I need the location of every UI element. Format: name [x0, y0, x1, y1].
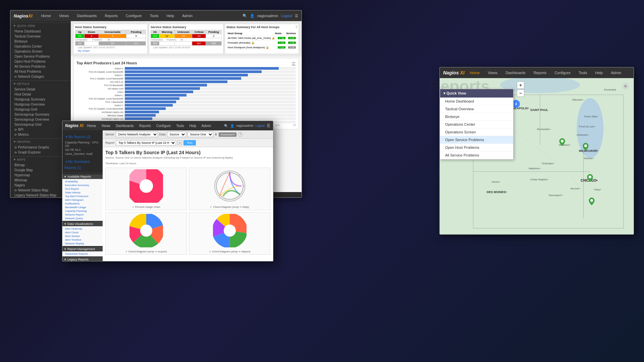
qv-item-home-dashboard[interactable]: Home Dashboard — [440, 98, 513, 105]
map-nav-dashboards[interactable]: Dashboards — [503, 69, 528, 76]
sidebar-item-legacy-network-map[interactable]: Legacy Network Status Map — [10, 193, 71, 197]
qv-item-birdseye[interactable]: Birdseye — [440, 113, 513, 121]
sidebar-avail-bandwidth[interactable]: Bandwidth Usage — [62, 205, 103, 209]
sidebar-dv-cloud[interactable]: Alert Cloud — [62, 231, 103, 234]
nav-configure[interactable]: Configure — [123, 12, 145, 19]
data-select[interactable]: Source — [167, 132, 186, 137]
toolbar-help-icon[interactable]: ? — [238, 132, 243, 137]
map-marker-green-2[interactable] — [582, 142, 589, 153]
host-down-count[interactable]: 3 — [84, 34, 99, 38]
host-all-count[interactable]: 117 — [126, 42, 146, 46]
sidebar-item-all-service[interactable]: All Service Problems — [10, 64, 71, 69]
nav-dashboards[interactable]: Dashboards — [74, 12, 99, 19]
qv-item-ops-screen[interactable]: Operations Screen — [440, 128, 513, 136]
sidebar-item-sg-grid[interactable]: Servicegroup Grid — [10, 122, 71, 127]
rep-nav-help[interactable]: Help — [188, 123, 198, 128]
sidebar-dv-replay[interactable]: Network Replay — [62, 242, 103, 245]
map-nav-views[interactable]: Views — [485, 69, 500, 76]
rep-menu-icon[interactable]: ☰ — [267, 123, 270, 128]
sidebar-item-hostgroup-summary[interactable]: Hostgroup Summary — [10, 97, 71, 102]
sidebar-item-hostgroup-overview[interactable]: Hostgroup Overview — [10, 102, 71, 107]
sidebar-item-network-outages[interactable]: ⊳ Network Outages — [10, 74, 71, 79]
sidebar-item-nagios-map[interactable]: Nagios — [10, 183, 71, 188]
sidebar-rep-cpu-sd[interactable]: Capacity Planning - CPU SD — [62, 140, 103, 148]
report-select[interactable]: Top 5 Talkers By Source IP (Last 24 Hour… — [116, 140, 176, 145]
qv-item-ops-center[interactable]: Operations Center — [440, 121, 513, 128]
sidebar-item-network-status-map[interactable]: ⊳ Network Status Map — [10, 188, 71, 193]
data-viz-header[interactable]: ▾ Data Visualizations — [62, 222, 103, 226]
run-button[interactable]: Run — [183, 140, 196, 145]
qv-item-open-service[interactable]: Open Service Problems — [440, 136, 513, 144]
map-gear-button[interactable]: ⚙ — [623, 83, 629, 89]
sidebar-avail-availability[interactable]: Availability — [62, 180, 103, 183]
sidebar-item-birdseye[interactable]: Birdseye — [10, 39, 71, 44]
svc-all-count[interactable]: 995 — [206, 42, 221, 46]
nav-admin[interactable]: Admin — [179, 12, 195, 19]
avail-reports-header[interactable]: ▾ Available Reports — [62, 174, 103, 179]
rep-nav-views[interactable]: Views — [100, 123, 112, 128]
svc-unhandled[interactable]: 366 — [151, 42, 159, 46]
rep-logout[interactable]: Logout — [255, 124, 265, 127]
add-report-icon[interactable]: + — [177, 140, 182, 145]
map-marker-green-3[interactable] — [587, 174, 593, 184]
rep-nav-home[interactable]: Home — [86, 123, 98, 128]
qv-item-tactical-overview[interactable]: Tactical Overview — [440, 105, 513, 113]
map-nav-help[interactable]: Help — [593, 69, 606, 76]
svc-pending-count[interactable]: 2 — [206, 34, 221, 38]
rep-search-icon[interactable]: 🔍 — [224, 124, 228, 128]
sidebar-item-all-host[interactable]: All Host Problems — [10, 69, 71, 74]
sidebar-avail-state[interactable]: State History — [62, 191, 103, 194]
sidebar-dv-timeline[interactable]: Alert Timeline — [62, 238, 103, 242]
chart-menu-icon[interactable]: ☰ — [291, 61, 296, 67]
my-scheduled-link[interactable]: ▾ My Scheduled Reports (1) — [64, 159, 90, 170]
sidebar-item-open-host[interactable]: Open Host Problems — [10, 59, 71, 64]
sidebar-item-open-service[interactable]: Open Service Problems — [10, 54, 71, 59]
svc-problems-count[interactable]: 367 — [192, 42, 206, 46]
sidebar-item-hostgroup-grid[interactable]: Hostgroup Grid — [10, 107, 71, 112]
hg-row-deadpool[interactable]: Host Deadpool (host-deadpool) 🔒 3 Up 0 O… — [228, 45, 296, 50]
sidebar-item-sg-overview[interactable]: Servicegroup Overview — [10, 117, 71, 122]
sidebar-item-tactical[interactable]: Tactical Overview — [10, 34, 71, 39]
hg-row-firewalls[interactable]: Firewalls (firewalls) 🔒 1 Up 1 Ok — [228, 41, 296, 45]
svc-critical-count[interactable]: 24 — [192, 34, 206, 38]
sidebar-item-bitmap[interactable]: Bitmap — [10, 163, 71, 168]
sidebar-item-metrics[interactable]: ⊳ Metrics — [10, 132, 71, 137]
map-nav-home[interactable]: Home — [467, 69, 482, 76]
sidebar-item-google-map[interactable]: Google Map — [10, 168, 71, 173]
sidebar-rm-scheduled[interactable]: Scheduled Reports — [62, 252, 103, 256]
rep-nav-admin[interactable]: Admin — [200, 123, 213, 128]
zoom-in-button[interactable]: + — [517, 81, 524, 89]
map-nav-admin[interactable]: Admin — [608, 69, 624, 76]
logout-link[interactable]: Logout — [281, 14, 292, 18]
svc-unknown-count[interactable]: 24 — [175, 34, 192, 38]
report-mgmt-header[interactable]: ▾ Report Management — [62, 247, 103, 251]
sidebar-item-home-dashboard[interactable]: Home Dashboard — [10, 29, 71, 34]
my-reports-link[interactable]: ▾ My Reports (3) — [64, 134, 92, 139]
sidebar-item-graph-explorer[interactable]: ⊳ Graph Explorer — [10, 150, 71, 155]
qv-item-all-service[interactable]: All Service Problems — [440, 152, 513, 159]
sidebar-dv-heatmap[interactable]: Alert Heatmap — [62, 227, 103, 231]
host-up-count[interactable]: 53 — [75, 34, 85, 38]
sidebar-avail-sla[interactable]: SLA Report — [62, 187, 103, 191]
sidebar-avail-capacity[interactable]: Capacity Planning — [62, 209, 103, 213]
my-graph-link[interactable]: My Graph — [75, 49, 146, 52]
download-button[interactable]: Download ▾ — [219, 132, 237, 137]
zoom-out-button[interactable]: − — [517, 89, 524, 97]
host-unreachable-count[interactable]: 3 — [99, 34, 126, 38]
host-pending-count[interactable]: 0 — [126, 34, 146, 38]
nav-reports[interactable]: Reports — [102, 12, 120, 19]
sidebar-rep-linux[interactable]: Linux_Servers: Avail — [62, 152, 103, 156]
sidebar-item-host-detail[interactable]: Host Detail — [10, 92, 71, 97]
source-select[interactable]: Source One — [187, 132, 213, 137]
nav-help[interactable]: Help — [164, 12, 177, 19]
server-select[interactable]: Demo Network Analyzer — [116, 132, 158, 137]
map-nav-configure[interactable]: Configure — [552, 69, 573, 76]
map-marker-green-1[interactable] — [559, 138, 566, 148]
rep-nav-reports[interactable]: Reports — [138, 123, 153, 128]
sidebar-avail-executive[interactable]: Executive Summary — [62, 183, 103, 187]
nav-home[interactable]: Home — [39, 12, 54, 19]
sidebar-item-bpi[interactable]: ⊳ BPI — [10, 127, 71, 132]
sidebar-dv-stream[interactable]: Alert Stream — [62, 234, 103, 238]
rep-nav-dashboards[interactable]: Dashboards — [114, 123, 136, 128]
search-icon[interactable]: 🔍 — [243, 14, 247, 18]
